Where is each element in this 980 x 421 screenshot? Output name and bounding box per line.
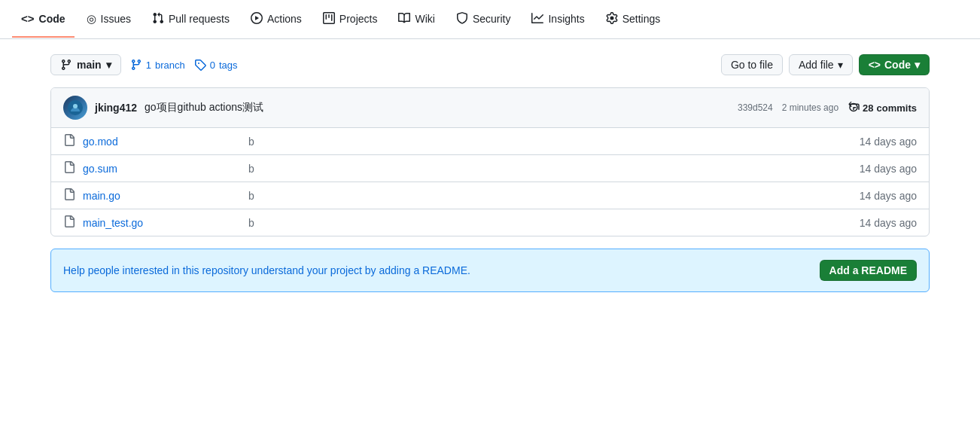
tag-count-number: 0 (210, 59, 215, 71)
nav-actions-label: Actions (267, 13, 302, 25)
code-icon-btn: <> (869, 59, 881, 71)
code-button[interactable]: <> Code ▾ (859, 54, 930, 75)
file-icon (63, 161, 75, 175)
readme-banner: Help people interested in this repositor… (50, 249, 930, 292)
branch-count-link[interactable]: 1 branch (130, 59, 185, 71)
top-nav: <> Code ◎ Issues Pull requests Actions P… (0, 0, 980, 39)
file-name-1[interactable]: go.sum (83, 163, 233, 175)
insights-icon (531, 12, 543, 26)
projects-icon (323, 12, 335, 26)
commit-time: 2 minutes ago (782, 102, 838, 113)
file-time-2: 14 days ago (842, 190, 917, 202)
nav-projects-label: Projects (339, 13, 378, 25)
commits-label: commits (877, 102, 917, 114)
go-to-file-label: Go to file (731, 59, 773, 71)
code-button-label: Code (884, 59, 911, 71)
table-row: main.go b 14 days ago (51, 182, 929, 209)
toolbar-left: main ▾ 1 branch 0 tags (50, 54, 237, 75)
commit-left: jking412 go项目github actions测试 (63, 96, 263, 120)
branch-name: main (77, 59, 102, 71)
add-file-label: Add file (799, 59, 834, 71)
file-name-2[interactable]: main.go (83, 190, 233, 202)
file-icon (63, 188, 75, 203)
table-row: main_test.go b 14 days ago (51, 209, 929, 236)
tag-count-label: tags (219, 59, 238, 71)
code-icon: <> (21, 13, 35, 24)
commits-count: 28 (863, 102, 873, 114)
go-to-file-button[interactable]: Go to file (721, 54, 783, 75)
branch-selector[interactable]: main ▾ (50, 54, 121, 75)
add-readme-button[interactable]: Add a README (820, 260, 917, 281)
file-commit-1: b (233, 163, 842, 175)
commit-message: go项目github actions测试 (145, 101, 263, 114)
nav-actions[interactable]: Actions (242, 0, 311, 39)
commit-header: jking412 go项目github actions测试 339d524 2 … (51, 88, 929, 128)
history-icon (848, 102, 860, 114)
nav-pull-requests-label: Pull requests (169, 13, 230, 25)
commit-sha: 339d524 (738, 102, 773, 113)
add-readme-label: Add a README (829, 264, 907, 276)
file-time-0: 14 days ago (842, 136, 917, 148)
code-chevron-icon: ▾ (915, 59, 920, 71)
toolbar: main ▾ 1 branch 0 tags Go to file Add fi… (50, 54, 930, 75)
toolbar-right: Go to file Add file ▾ <> Code ▾ (721, 54, 930, 75)
actions-icon (251, 12, 263, 26)
branch-chevron-icon: ▾ (106, 59, 111, 71)
nav-wiki-label: Wiki (415, 13, 434, 25)
nav-settings-label: Settings (622, 13, 661, 25)
tag-count-link[interactable]: 0 tags (194, 59, 238, 71)
branch-count-number: 1 (146, 59, 151, 71)
svg-point-1 (73, 104, 78, 108)
avatar (63, 96, 87, 120)
nav-wiki[interactable]: Wiki (389, 0, 443, 39)
file-commit-3: b (233, 217, 842, 229)
nav-issues-label: Issues (101, 13, 131, 25)
file-name-3[interactable]: main_test.go (83, 217, 233, 229)
nav-security[interactable]: Security (447, 0, 520, 39)
tag-icon (194, 59, 206, 71)
commit-right: 339d524 2 minutes ago 28 commits (738, 102, 917, 114)
readme-text: Help people interested in this repositor… (63, 264, 470, 276)
repo-box: jking412 go项目github actions测试 339d524 2 … (50, 87, 930, 236)
file-icon (63, 134, 75, 148)
file-commit-2: b (233, 190, 842, 202)
nav-security-label: Security (473, 13, 511, 25)
security-icon (456, 12, 468, 26)
file-name-0[interactable]: go.mod (83, 136, 233, 148)
nav-projects[interactable]: Projects (314, 0, 387, 39)
nav-code-label: Code (39, 13, 65, 25)
branch-icon (60, 59, 72, 71)
commit-author: jking412 (95, 102, 137, 114)
nav-insights[interactable]: Insights (522, 0, 593, 39)
table-row: go.mod b 14 days ago (51, 128, 929, 155)
file-commit-0: b (233, 136, 842, 148)
add-file-chevron-icon: ▾ (838, 59, 843, 71)
nav-settings[interactable]: Settings (597, 0, 670, 39)
wiki-icon (398, 12, 410, 26)
issues-icon: ◎ (87, 13, 96, 24)
file-time-3: 14 days ago (842, 217, 917, 229)
main-content: main ▾ 1 branch 0 tags Go to file Add fi… (38, 39, 942, 307)
settings-icon (606, 12, 618, 26)
add-file-button[interactable]: Add file ▾ (789, 54, 853, 75)
nav-code[interactable]: <> Code (12, 0, 75, 39)
branch-count-icon (130, 59, 142, 71)
nav-insights-label: Insights (548, 13, 584, 25)
table-row: go.sum b 14 days ago (51, 155, 929, 182)
nav-pull-requests[interactable]: Pull requests (143, 0, 239, 39)
file-icon (63, 215, 75, 230)
file-time-1: 14 days ago (842, 163, 917, 175)
branch-count-label: branch (155, 59, 185, 71)
commits-history-link[interactable]: 28 commits (848, 102, 917, 114)
pull-requests-icon (152, 12, 164, 26)
nav-issues[interactable]: ◎ Issues (78, 0, 140, 39)
